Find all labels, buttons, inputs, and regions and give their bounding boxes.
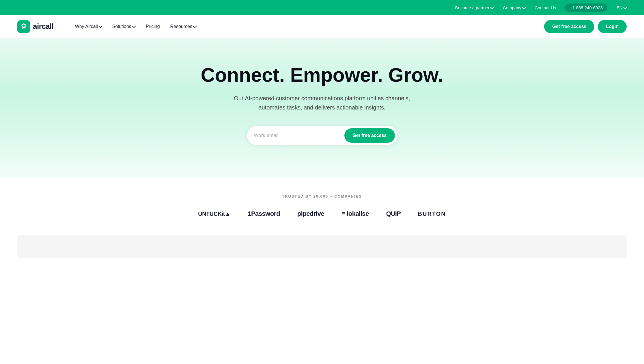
nav-solutions[interactable]: Solutions bbox=[108, 22, 139, 31]
nav-get-free-access-button[interactable]: Get free access bbox=[544, 20, 594, 33]
language-label: EN bbox=[617, 5, 623, 10]
become-partner-label: Become a partner bbox=[455, 5, 490, 10]
nav-login-button[interactable]: Login bbox=[598, 20, 627, 33]
company-label: Company bbox=[503, 5, 521, 10]
company-chevron-icon bbox=[522, 5, 526, 9]
why-aircall-label: Why Aircall bbox=[75, 24, 98, 29]
logo-burton: BURTON bbox=[418, 211, 446, 217]
topbar: Become a partner Company Contact Us +1 8… bbox=[0, 0, 644, 15]
language-selector[interactable]: EN bbox=[617, 5, 627, 10]
logo-untuckit: UNTUCKit▲ bbox=[198, 211, 230, 217]
hero-title: Connect. Empower. Grow. bbox=[201, 64, 443, 86]
logo-lokalise: ≡ lokalise bbox=[341, 210, 369, 218]
company-link[interactable]: Company bbox=[503, 5, 525, 10]
pricing-label: Pricing bbox=[146, 24, 160, 29]
bottom-section-hint bbox=[17, 235, 627, 258]
trusted-label: TRUSTED BY 20,000 + COMPANIES bbox=[17, 194, 627, 198]
resources-chevron-icon bbox=[193, 24, 197, 28]
trusted-section: TRUSTED BY 20,000 + COMPANIES UNTUCKit▲ … bbox=[0, 177, 644, 229]
logo[interactable]: aircall bbox=[17, 20, 54, 33]
logo-quip: QUIP bbox=[386, 210, 401, 218]
hero-form: Get free access bbox=[247, 126, 397, 145]
nav-resources[interactable]: Resources bbox=[166, 22, 200, 31]
become-partner-chevron-icon bbox=[490, 5, 494, 9]
navbar: aircall Why Aircall Solutions Pricing Re… bbox=[0, 15, 644, 38]
logo-1password: 1Password bbox=[248, 210, 280, 218]
nav-pricing[interactable]: Pricing bbox=[142, 22, 164, 31]
logo-pipedrive: pipedrive bbox=[297, 210, 324, 218]
resources-label: Resources bbox=[170, 24, 192, 29]
aircall-logo-mark bbox=[20, 23, 27, 30]
hero-get-free-access-button[interactable]: Get free access bbox=[344, 128, 395, 143]
nav-links: Why Aircall Solutions Pricing Resources bbox=[71, 22, 544, 31]
trusted-logos: UNTUCKit▲ 1Password pipedrive ≡ lokalise… bbox=[17, 210, 627, 218]
solutions-chevron-icon bbox=[132, 24, 136, 28]
solutions-label: Solutions bbox=[112, 24, 131, 29]
language-chevron-icon bbox=[623, 5, 627, 9]
phone-number[interactable]: +1 888 240-6923 bbox=[565, 3, 607, 12]
logo-icon bbox=[17, 20, 30, 33]
logo-text: aircall bbox=[33, 22, 54, 31]
nav-actions: Get free access Login bbox=[544, 20, 627, 33]
work-email-input[interactable] bbox=[254, 133, 345, 138]
become-partner-link[interactable]: Become a partner bbox=[455, 5, 494, 10]
contact-us-label: Contact Us bbox=[535, 5, 556, 10]
contact-us-link[interactable]: Contact Us bbox=[535, 5, 556, 10]
hero-section: Connect. Empower. Grow. Our AI-powered c… bbox=[0, 38, 644, 177]
hero-subtitle: Our AI-powered customer communications p… bbox=[221, 94, 423, 112]
why-aircall-chevron-icon bbox=[98, 24, 102, 28]
nav-why-aircall[interactable]: Why Aircall bbox=[71, 22, 106, 31]
